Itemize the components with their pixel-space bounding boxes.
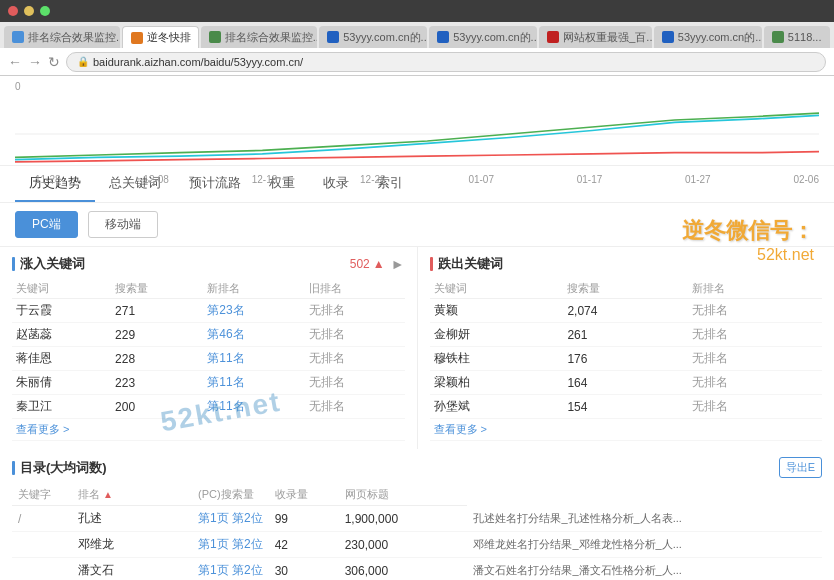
rising-new-rank[interactable]: 第11名 (203, 347, 305, 371)
dir-rank[interactable]: 第1页 第2位 (192, 506, 269, 532)
dir-tags: 邓维龙姓名打分结果_邓维龙性格分析_人... (467, 532, 822, 558)
dir-header: 目录(大均词数) 导出E (12, 457, 822, 478)
tab-label-7: 53yyy.com.cn的... (678, 30, 762, 45)
tab-6[interactable]: 网站权重最强_百... × (539, 26, 652, 48)
page-content: 逆冬微信号： 52kt.net 0 11-28 12-08 12-18 12-2… (0, 76, 834, 580)
tab-1[interactable]: 排名综合效果监控... × (4, 26, 120, 48)
browser-chrome (0, 0, 834, 22)
rising-header: 涨入关键词 502 ▲ ► (12, 255, 405, 273)
dir-tags: 孔述姓名打分结果_孔述性格分析_人名表... (467, 506, 822, 532)
watermark-line2: 52kt.net (757, 246, 814, 264)
dir-col-keyword: 关键字 (12, 484, 72, 506)
rising-kw: 朱丽倩 (12, 371, 111, 395)
tab-label-6: 网站权重最强_百... (563, 30, 652, 45)
title-bar-dropping (430, 257, 433, 271)
dropping-view-more[interactable]: 查看更多 > (430, 419, 823, 441)
tab-label-5: 53yyy.com.cn的... (453, 30, 537, 45)
dir-dir (12, 558, 72, 581)
dropping-search: 261 (563, 323, 688, 347)
tab-label-8: 5118... (788, 31, 822, 43)
dir-search: 30 (269, 558, 339, 581)
dir-rank[interactable]: 第1页 第2位 (192, 532, 269, 558)
chart-svg (15, 99, 819, 169)
tab-favicon-5 (437, 31, 449, 43)
tab-3[interactable]: 排名综合效果监控... × (201, 26, 317, 48)
url-input[interactable]: 🔒 baidurank.aizhan.com/baidu/53yyy.com.c… (66, 52, 826, 72)
tab-favicon-2 (131, 32, 143, 44)
x-label-6: 01-27 (685, 174, 711, 185)
dropping-col-search: 搜索量 (563, 279, 688, 299)
forward-button[interactable]: → (28, 54, 42, 70)
maximize-btn[interactable] (40, 6, 50, 16)
dropping-kw: 梁颖柏 (430, 371, 564, 395)
rising-new-rank[interactable]: 第23名 (203, 299, 305, 323)
rising-search: 223 (111, 371, 203, 395)
dropping-search: 2,074 (563, 299, 688, 323)
title-bar-dir (12, 461, 15, 475)
minimize-btn[interactable] (24, 6, 34, 16)
pc-toggle[interactable]: PC端 (15, 211, 78, 238)
tab-favicon-4 (327, 31, 339, 43)
tab-label-2: 逆冬快排 (147, 30, 191, 45)
dir-col-tags: 网页标题 (339, 484, 468, 506)
mobile-toggle[interactable]: 移动端 (88, 211, 158, 238)
tab-2[interactable]: 逆冬快排 × (122, 26, 198, 48)
rank-sort-icon[interactable]: ▲ (103, 489, 113, 500)
dir-col-search: (PC)搜索量 (192, 484, 269, 506)
directory-table: 关键字 排名 ▲ (PC)搜索量 收录量 网页标题 / 孔述 第1页 第2位 9… (12, 484, 822, 580)
rising-search: 229 (111, 323, 203, 347)
dropping-table-row: 黄颖 2,074 无排名 (430, 299, 823, 323)
rising-table-row: 于云霞 271 第23名 无排名 (12, 299, 405, 323)
export-button[interactable]: 导出E (779, 457, 822, 478)
dropping-new-rank: 无排名 (688, 395, 822, 419)
rising-new-rank[interactable]: 第46名 (203, 323, 305, 347)
tab-label-4: 53yyy.com.cn的... (343, 30, 427, 45)
tab-4[interactable]: 53yyy.com.cn的... × (319, 26, 427, 48)
x-label-0: 11-28 (35, 174, 61, 185)
dropping-new-rank: 无排名 (688, 371, 822, 395)
rising-col-keyword: 关键词 (12, 279, 111, 299)
chart-x-labels: 11-28 12-08 12-18 12-28 01-07 01-17 01-2… (15, 174, 819, 185)
dropping-kw: 穆铁柱 (430, 347, 564, 371)
rising-table-row: 赵菡蕊 229 第46名 无排名 (12, 323, 405, 347)
url-text: baidurank.aizhan.com/baidu/53yyy.com.cn/ (93, 56, 303, 68)
dir-indexed: 306,000 (339, 558, 468, 581)
x-label-2: 12-18 (252, 174, 278, 185)
dropping-col-new-rank: 新排名 (688, 279, 822, 299)
rising-table-row: 朱丽倩 223 第11名 无排名 (12, 371, 405, 395)
close-btn[interactable] (8, 6, 18, 16)
tab-close-8[interactable]: × (829, 32, 830, 43)
rising-old-rank: 无排名 (305, 347, 404, 371)
dir-keyword: 潘文石 (72, 558, 192, 581)
dir-col-indexed: 收录量 (269, 484, 339, 506)
keyword-sections: 涨入关键词 502 ▲ ► 关键词 搜索量 新排名 旧排名 (0, 247, 834, 449)
lock-icon: 🔒 (77, 56, 89, 67)
dir-keyword: 邓维龙 (72, 532, 192, 558)
tab-7[interactable]: 53yyy.com.cn的... × (654, 26, 762, 48)
dropping-new-rank: 无排名 (688, 299, 822, 323)
dir-table-row: 潘文石 第1页 第2位 30 306,000 潘文石姓名打分结果_潘文石性格分析… (12, 558, 822, 581)
tab-8[interactable]: 5118... × (764, 26, 830, 48)
x-label-3: 12-28 (360, 174, 386, 185)
tab-5[interactable]: 53yyy.com.cn的... × (429, 26, 537, 48)
refresh-button[interactable]: ↻ (48, 54, 60, 70)
rising-col-search: 搜索量 (111, 279, 203, 299)
rising-kw: 蒋佳恩 (12, 347, 111, 371)
chart-y-label: 0 (15, 81, 819, 92)
dir-indexed: 230,000 (339, 532, 468, 558)
dropping-search: 176 (563, 347, 688, 371)
rising-title: 涨入关键词 (12, 255, 85, 273)
dir-rank[interactable]: 第1页 第2位 (192, 558, 269, 581)
rising-search: 271 (111, 299, 203, 323)
dir-title-text: 目录(大均词数) (20, 459, 107, 477)
dropping-kw: 金柳妍 (430, 323, 564, 347)
chart-area: 0 11-28 12-08 12-18 12-28 01-07 01-17 01… (0, 76, 834, 166)
dir-dir (12, 532, 72, 558)
title-bar-rising (12, 257, 15, 271)
browser-tabs: 排名综合效果监控... × 逆冬快排 × 排名综合效果监控... × 53yyy… (0, 22, 834, 48)
dir-col-rank: 排名 ▲ (72, 484, 192, 506)
dropping-new-rank: 无排名 (688, 347, 822, 371)
rising-arrow-right[interactable]: ► (391, 256, 405, 272)
back-button[interactable]: ← (8, 54, 22, 70)
rising-count: 502 ▲ (350, 257, 385, 271)
